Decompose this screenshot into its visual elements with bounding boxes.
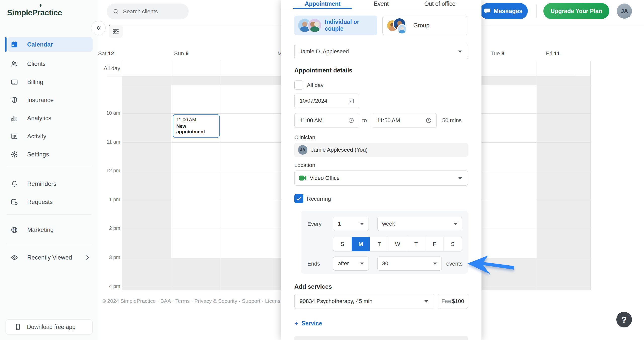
sidebar-divider bbox=[7, 244, 91, 244]
date-picker-icon[interactable] bbox=[348, 98, 354, 104]
service-select[interactable]: 90834 Psychotherapy, 45 min bbox=[294, 294, 434, 309]
eye-icon bbox=[11, 254, 18, 261]
help-button[interactable]: ? bbox=[616, 312, 632, 327]
check-icon bbox=[296, 195, 302, 202]
ends-count-value: 30 bbox=[382, 260, 388, 267]
panel-tabs: AppointmentEventOut of office bbox=[293, 0, 469, 9]
sidebar-item[interactable]: Calendar bbox=[0, 37, 98, 52]
plus-icon: + bbox=[294, 320, 298, 327]
sidebar-item[interactable]: Clients bbox=[0, 55, 98, 73]
sidebar-item[interactable]: Activity bbox=[0, 127, 98, 145]
end-time-input[interactable]: 11:50 AM bbox=[372, 113, 437, 128]
sidebar-item-recently-viewed[interactable]: Recently Viewed bbox=[0, 249, 98, 266]
start-time-value: 11:00 AM bbox=[300, 117, 323, 124]
weekday-cell[interactable]: T bbox=[407, 237, 425, 251]
sidebar-item[interactable]: Marketing bbox=[0, 221, 98, 239]
service-select-value: 90834 Psychotherapy, 45 min bbox=[300, 298, 372, 305]
location-select[interactable]: Video Office bbox=[294, 171, 468, 186]
tutorial-cursor-arrow bbox=[467, 255, 515, 276]
download-app-label: Download free app bbox=[27, 324, 75, 330]
group-avatars bbox=[387, 18, 409, 32]
sidebar-item-label: Activity bbox=[27, 133, 46, 140]
recurring-checkbox[interactable] bbox=[294, 194, 303, 203]
requests-icon bbox=[11, 198, 18, 206]
sidebar-item-label: Reminders bbox=[27, 180, 56, 187]
clinician-label: Clinician bbox=[294, 134, 315, 141]
download-app-button[interactable]: Download free app bbox=[6, 319, 93, 334]
grid-line bbox=[537, 61, 537, 290]
topbar-separator bbox=[536, 5, 537, 18]
user-avatar[interactable]: JA bbox=[617, 4, 632, 19]
client-type-group-button[interactable]: Group bbox=[382, 16, 467, 35]
add-service-button[interactable]: + Service bbox=[294, 320, 322, 327]
panel-tab[interactable]: Out of office bbox=[411, 0, 469, 9]
simplepractice-app: SimplePractice Calendar Clients Billing … bbox=[0, 0, 644, 340]
messages-button[interactable]: Messages bbox=[480, 3, 528, 19]
calendar-filter-button[interactable] bbox=[109, 25, 123, 38]
weekday-cell[interactable]: M bbox=[352, 237, 370, 251]
billing-icon bbox=[11, 78, 18, 86]
ends-mode-value: after bbox=[338, 260, 349, 267]
search-icon bbox=[113, 8, 119, 15]
search-clients-field[interactable] bbox=[107, 4, 189, 19]
sidebar-item-label: Insurance bbox=[27, 97, 54, 104]
sidebar-item-label: Analytics bbox=[27, 115, 51, 122]
ends-count-select[interactable]: 30 bbox=[377, 257, 442, 271]
ends-mode-select[interactable]: after bbox=[333, 257, 369, 271]
weekday-cell[interactable]: T bbox=[370, 237, 388, 251]
client-type-individual-button[interactable]: Individual or couple bbox=[294, 16, 377, 35]
sidebar-item[interactable]: Insurance bbox=[0, 91, 98, 109]
day-header: Sun6 bbox=[174, 50, 188, 57]
sidebar-item-label: Clients bbox=[27, 60, 46, 67]
new-appointment-panel: AppointmentEventOut of office Individual… bbox=[281, 0, 481, 340]
fee-input[interactable]: Fee $100 bbox=[438, 294, 468, 309]
appointment-chip[interactable]: 11:00 AM New appointment bbox=[173, 114, 220, 138]
to-label: to bbox=[362, 117, 367, 124]
sidebar-item[interactable]: Billing bbox=[0, 73, 98, 91]
settings-icon bbox=[11, 151, 18, 158]
upgrade-plan-button[interactable]: Upgrade Your Plan bbox=[543, 3, 609, 19]
all-day-checkbox[interactable] bbox=[294, 80, 303, 90]
sidebar-item[interactable]: Reminders bbox=[0, 175, 98, 193]
grid-line bbox=[590, 61, 591, 290]
client-type-group-label: Group bbox=[413, 22, 429, 29]
appointment-chip-time: 11:00 AM bbox=[176, 117, 216, 122]
client-select[interactable]: Jamie D. Appleseed bbox=[294, 44, 468, 59]
appointment-details-title: Appointment details bbox=[294, 67, 352, 74]
weekday-cell[interactable]: F bbox=[425, 237, 444, 251]
recurrence-unit-select[interactable]: week bbox=[377, 217, 462, 231]
chevron-down-icon bbox=[360, 263, 364, 265]
sidebar-item[interactable]: Requests bbox=[0, 193, 98, 211]
chevron-right-icon bbox=[84, 254, 91, 261]
marketing-icon bbox=[11, 226, 18, 234]
footer-links[interactable]: © 2024 SimplePractice · BAA · Terms · Pr… bbox=[102, 298, 280, 304]
sidebar-item[interactable]: Analytics bbox=[0, 109, 98, 127]
date-value: 10/07/2024 bbox=[300, 98, 327, 104]
recurrence-interval-value: 1 bbox=[338, 221, 341, 227]
panel-tab[interactable]: Event bbox=[352, 0, 411, 9]
sidebar-nav-secondary: Reminders Requests bbox=[0, 175, 98, 211]
sidebar-item[interactable]: Settings bbox=[0, 145, 98, 163]
sidebar-collapse-button[interactable] bbox=[91, 21, 106, 35]
sidebar-nav-tertiary: Marketing bbox=[0, 221, 98, 239]
search-clients-input[interactable] bbox=[123, 8, 181, 15]
recently-viewed-label: Recently Viewed bbox=[27, 254, 72, 261]
start-time-input[interactable]: 11:00 AM bbox=[294, 113, 359, 128]
recurrence-interval-select[interactable]: 1 bbox=[333, 217, 369, 231]
upgrade-plan-label: Upgrade Your Plan bbox=[551, 8, 602, 15]
brand-logo[interactable]: SimplePractice bbox=[7, 8, 62, 17]
all-day-row-label: All day bbox=[98, 65, 120, 72]
day-header: Fri11 bbox=[546, 50, 560, 57]
weekday-cell[interactable]: S bbox=[333, 237, 352, 251]
fee-label: Fee bbox=[441, 298, 451, 305]
clock-icon bbox=[348, 117, 354, 124]
weekday-cell[interactable]: W bbox=[388, 237, 407, 251]
sidebar-item-label: Marketing bbox=[27, 226, 54, 233]
chevron-down-icon bbox=[458, 51, 462, 53]
fee-value: $100 bbox=[452, 298, 464, 305]
date-input[interactable]: 10/07/2024 bbox=[294, 94, 359, 108]
add-service-label: Service bbox=[301, 320, 322, 327]
panel-tab[interactable]: Appointment bbox=[293, 0, 352, 9]
day-header: Sat12 bbox=[98, 50, 114, 57]
weekday-cell[interactable]: S bbox=[444, 237, 462, 251]
